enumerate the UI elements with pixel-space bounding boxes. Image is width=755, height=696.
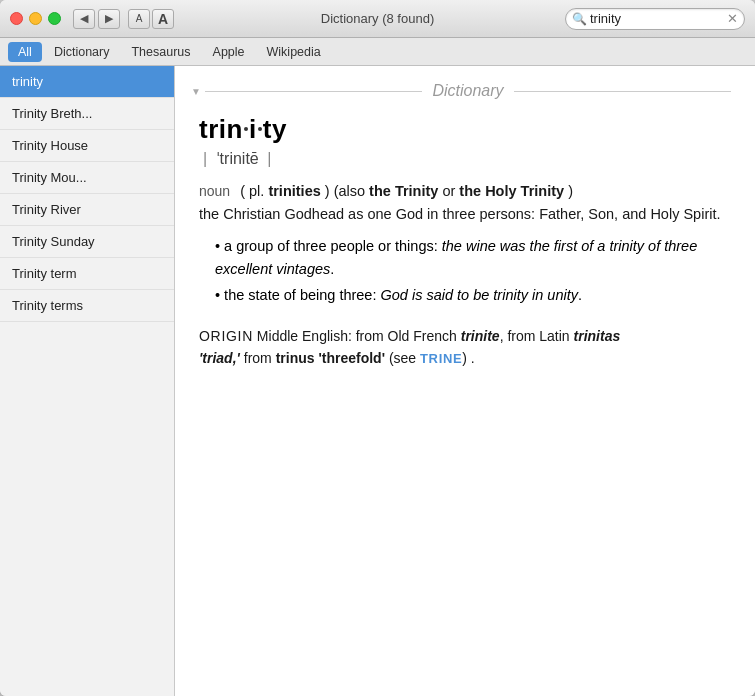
search-container: 🔍 ✕ <box>565 8 745 30</box>
font-small-button[interactable]: A <box>128 9 150 29</box>
plural-form: trinities <box>268 183 320 199</box>
forward-icon: ▶ <box>105 12 113 25</box>
sidebar-item-trinity-mou[interactable]: Trinity Mou... <box>0 162 174 194</box>
main-area: trinity Trinity Breth... Trinity House T… <box>0 66 755 696</box>
bullet-def-2: • the state of being three: God is said … <box>199 284 731 306</box>
section-label: Dictionary <box>422 82 513 100</box>
entry-pronunciation: | ˈtrinitē | <box>199 149 731 168</box>
origin-word-3: trinus 'threefold' <box>276 350 385 366</box>
bullet-def-1: • a group of three people or things: the… <box>199 235 731 280</box>
window-title: Dictionary (8 found) <box>321 11 434 26</box>
tab-wikipedia[interactable]: Wikipedia <box>257 42 331 62</box>
sidebar-item-trinity[interactable]: trinity <box>0 66 174 98</box>
sidebar-item-trinity-river[interactable]: Trinity River <box>0 194 174 226</box>
sidebar-item-trinity-terms[interactable]: Trinity terms <box>0 290 174 322</box>
content-area: ▼ Dictionary trinity | ˈtrinitē | noun (… <box>175 66 755 696</box>
example-2: God is said to be trinity in unity <box>381 287 578 303</box>
section-triangle-icon: ▼ <box>191 86 201 97</box>
entry-word: trinity <box>199 114 731 145</box>
tab-dictionary[interactable]: Dictionary <box>44 42 120 62</box>
also-name-1: the Trinity <box>369 183 438 199</box>
origin-label: ORIGIN <box>199 328 253 344</box>
back-icon: ◀ <box>80 12 88 25</box>
search-input[interactable] <box>565 8 745 30</box>
trine-link[interactable]: TRINE <box>420 351 462 366</box>
app-window: ◀ ▶ A A Dictionary (8 found) 🔍 ✕ All Dic… <box>0 0 755 696</box>
search-clear-button[interactable]: ✕ <box>727 12 738 25</box>
sidebar-item-trinity-house[interactable]: Trinity House <box>0 130 174 162</box>
font-buttons: A A <box>128 9 174 29</box>
sidebar-item-trinity-sunday[interactable]: Trinity Sunday <box>0 226 174 258</box>
sidebar: trinity Trinity Breth... Trinity House T… <box>0 66 175 696</box>
tab-all[interactable]: All <box>8 42 42 62</box>
maximize-button[interactable] <box>48 12 61 25</box>
definition-block: noun ( pl. trinities ) (also the Trinity… <box>199 180 731 225</box>
tab-apple[interactable]: Apple <box>203 42 255 62</box>
sidebar-item-trinity-breth[interactable]: Trinity Breth... <box>0 98 174 130</box>
close-button[interactable] <box>10 12 23 25</box>
back-button[interactable]: ◀ <box>73 9 95 29</box>
sidebar-item-trinity-term[interactable]: Trinity term <box>0 258 174 290</box>
dot-separator-1 <box>244 127 248 131</box>
tabbar: All Dictionary Thesaurus Apple Wikipedia <box>0 38 755 66</box>
also-name-2: the Holy Trinity <box>459 183 564 199</box>
origin-block: ORIGIN Middle English: from Old French t… <box>199 325 731 370</box>
dot-separator-2 <box>258 127 262 131</box>
part-of-speech: noun <box>199 183 230 199</box>
main-definition: the Christian Godhead as one God in thre… <box>199 206 721 222</box>
titlebar: ◀ ▶ A A Dictionary (8 found) 🔍 ✕ <box>0 0 755 38</box>
traffic-lights <box>10 12 61 25</box>
font-large-button[interactable]: A <box>152 9 174 29</box>
nav-buttons: ◀ ▶ <box>73 9 120 29</box>
minimize-button[interactable] <box>29 12 42 25</box>
search-wrapper: 🔍 ✕ <box>565 8 745 30</box>
origin-word-1: trinite <box>461 328 500 344</box>
tab-thesaurus[interactable]: Thesaurus <box>121 42 200 62</box>
forward-button[interactable]: ▶ <box>98 9 120 29</box>
